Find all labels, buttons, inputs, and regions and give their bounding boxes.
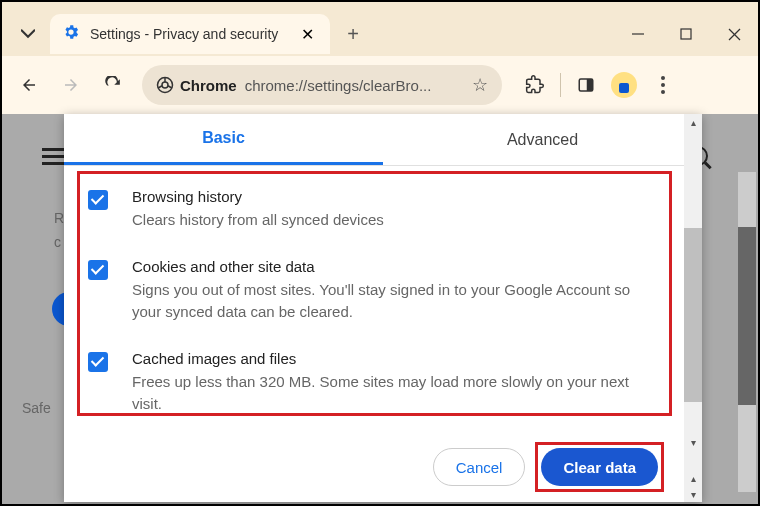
toolbar-divider [560, 73, 561, 97]
chevron-down-icon [21, 27, 35, 41]
back-button[interactable] [10, 66, 48, 104]
tab-close-button[interactable]: ✕ [297, 21, 318, 48]
svg-rect-1 [681, 29, 691, 39]
checkbox-checked[interactable] [88, 190, 108, 210]
option-desc: Frees up less than 320 MB. Some sites ma… [132, 371, 661, 416]
profile-button[interactable] [611, 72, 637, 98]
arrow-right-icon [62, 76, 80, 94]
option-browsing-history[interactable]: Browsing history Clears history from all… [88, 188, 661, 232]
address-bar[interactable]: Chrome chrome://settings/clearBro... ☆ [142, 65, 502, 105]
clear-browsing-data-dialog: Basic Advanced Browsing history Clears h… [64, 114, 702, 502]
site-label: Chrome [180, 77, 237, 94]
bookmark-button[interactable]: ☆ [472, 74, 488, 96]
toolbar: Chrome chrome://settings/clearBro... ☆ [2, 56, 758, 114]
arrow-left-icon [20, 76, 38, 94]
close-icon [728, 28, 741, 41]
forward-button[interactable] [52, 66, 90, 104]
cancel-button[interactable]: Cancel [433, 448, 526, 486]
option-cached[interactable]: Cached images and files Frees up less th… [88, 350, 661, 416]
svg-rect-7 [587, 79, 593, 91]
bg-text: c [54, 234, 61, 250]
reload-icon [104, 76, 123, 95]
option-title: Browsing history [132, 188, 661, 205]
reload-button[interactable] [94, 66, 132, 104]
url-text: chrome://settings/clearBro... [245, 77, 464, 94]
side-panel-button[interactable] [575, 74, 597, 96]
maximize-button[interactable] [662, 14, 710, 54]
dialog-tabs: Basic Advanced [64, 114, 702, 166]
gear-icon [62, 23, 80, 45]
panel-icon [577, 76, 595, 94]
bg-scroll-thumb [738, 227, 756, 405]
svg-point-5 [162, 82, 168, 88]
clear-data-button[interactable]: Clear data [541, 448, 658, 486]
tab-title: Settings - Privacy and security [90, 26, 278, 42]
minimize-button[interactable] [614, 14, 662, 54]
toolbar-actions [524, 72, 675, 98]
option-text: Browsing history Clears history from all… [132, 188, 661, 232]
option-text: Cookies and other site data Signs you ou… [132, 258, 661, 324]
new-tab-button[interactable]: + [338, 19, 368, 49]
options-highlight-box: Browsing history Clears history from all… [77, 171, 672, 416]
scroll-up-arrow[interactable]: ▴ [684, 114, 702, 130]
active-tab[interactable]: Settings - Privacy and security ✕ [50, 14, 330, 54]
scroll-down-arrow[interactable]: ▾ [684, 434, 702, 450]
option-title: Cached images and files [132, 350, 661, 367]
option-text: Cached images and files Frees up less th… [132, 350, 661, 416]
clear-highlight-box: Clear data [535, 442, 664, 492]
chrome-menu-button[interactable] [651, 76, 675, 94]
tab-advanced[interactable]: Advanced [383, 114, 702, 165]
option-desc: Clears history from all synced devices [132, 209, 661, 232]
dialog-footer: Cancel Clear data [64, 432, 684, 502]
tab-strip: Settings - Privacy and security ✕ + [2, 12, 758, 56]
site-identity[interactable]: Chrome [156, 76, 237, 94]
chrome-icon [156, 76, 174, 94]
puzzle-icon [525, 75, 545, 95]
tab-basic[interactable]: Basic [64, 114, 383, 165]
option-desc: Signs you out of most sites. You'll stay… [132, 279, 661, 324]
checkbox-checked[interactable] [88, 352, 108, 372]
scroll-down-arrow[interactable]: ▾ [684, 486, 702, 502]
bg-text: R [54, 210, 64, 226]
option-cookies[interactable]: Cookies and other site data Signs you ou… [88, 258, 661, 324]
dialog-scroll-thumb[interactable] [684, 228, 702, 402]
window-controls [614, 14, 758, 54]
tab-strip-bar: Settings - Privacy and security ✕ + [2, 2, 758, 56]
checkbox-checked[interactable] [88, 260, 108, 280]
extensions-button[interactable] [524, 74, 546, 96]
minimize-icon [632, 28, 644, 40]
bg-text: Safe [22, 400, 51, 416]
maximize-icon [680, 28, 692, 40]
tab-search-button[interactable] [10, 16, 46, 52]
close-window-button[interactable] [710, 14, 758, 54]
option-title: Cookies and other site data [132, 258, 661, 275]
bg-hamburger-icon [42, 148, 64, 165]
scroll-up-arrow[interactable]: ▴ [684, 470, 702, 486]
